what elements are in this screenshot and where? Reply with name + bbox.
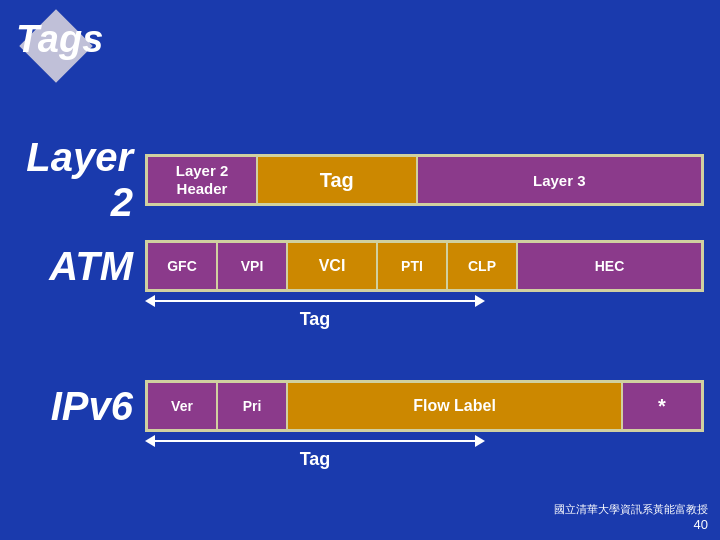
ipv6-row: IPv6 Ver Pri Flow Label *	[10, 380, 720, 432]
atm-cells: GFC VPI VCI PTI CLP HEC	[145, 240, 704, 292]
ipv6-tag-label: Tag	[300, 449, 331, 470]
atm-arrow-left-icon	[145, 295, 155, 307]
atm-arrow-line	[145, 295, 485, 307]
hec-cell: HEC	[517, 242, 702, 290]
footer-page: 40	[554, 517, 708, 532]
pti-cell: PTI	[377, 242, 447, 290]
ipv6-tag-arrow: Tag	[145, 435, 485, 470]
layer2-cells: Layer 2 Header Tag Layer 3	[145, 154, 704, 206]
ipv6-arrow-right-icon	[475, 435, 485, 447]
star-cell: *	[622, 382, 702, 430]
atm-arrow-right-icon	[475, 295, 485, 307]
pri-cell: Pri	[217, 382, 287, 430]
atm-tag-arrow: Tag	[145, 295, 485, 330]
ipv6-label: IPv6	[10, 384, 145, 429]
flow-label-cell: Flow Label	[287, 382, 622, 430]
vpi-cell: VPI	[217, 242, 287, 290]
ipv6-arrow-shaft	[155, 440, 475, 442]
layer2-label: Layer 2	[10, 135, 145, 225]
footer-university: 國立清華大學資訊系黃能富教授	[554, 502, 708, 517]
ipv6-arrow-line	[145, 435, 485, 447]
ipv6-cells: Ver Pri Flow Label *	[145, 380, 704, 432]
atm-tag-label: Tag	[300, 309, 331, 330]
layer2-row: Layer 2 Layer 2 Header Tag Layer 3	[10, 135, 720, 225]
layer2-tag-cell: Tag	[257, 156, 417, 204]
clp-cell: CLP	[447, 242, 517, 290]
layer2-header-cell: Layer 2 Header	[147, 156, 257, 204]
atm-row: ATM GFC VPI VCI PTI CLP HEC	[10, 240, 720, 292]
footer: 國立清華大學資訊系黃能富教授 40	[554, 502, 708, 532]
ver-cell: Ver	[147, 382, 217, 430]
vci-cell: VCI	[287, 242, 377, 290]
atm-label: ATM	[10, 244, 145, 289]
ipv6-arrow-left-icon	[145, 435, 155, 447]
atm-arrow-shaft	[155, 300, 475, 302]
layer3-cell: Layer 3	[417, 156, 703, 204]
gfc-cell: GFC	[147, 242, 217, 290]
page-title: Tags	[16, 18, 103, 61]
